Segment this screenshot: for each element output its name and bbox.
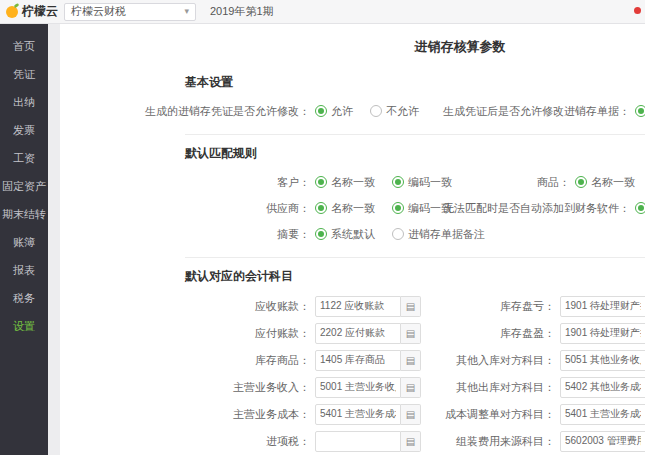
matching-row-customer: 客户： 名称一致 编码一致 商品： 名称一致 编码一致: [185, 171, 645, 193]
sidebar-item-books[interactable]: 账簿: [0, 228, 48, 256]
section-basic: 基本设置 生成的进销存凭证是否允许修改： 允许 不允许 生成凭证后是否允许修改进…: [185, 62, 645, 134]
main-cost-input[interactable]: [315, 404, 401, 425]
section-matching: 默认匹配规则 客户： 名称一致 编码一致 商品： 名称一致: [185, 134, 645, 257]
sidebar-item-voucher[interactable]: 凭证: [0, 60, 48, 88]
input-tax-input[interactable]: [315, 431, 401, 452]
picker-icon[interactable]: ▤: [401, 323, 421, 344]
picker-icon[interactable]: ▤: [401, 377, 421, 398]
sidebar-item-fixed-assets[interactable]: 固定资产: [0, 172, 48, 200]
radio-icon: [315, 176, 327, 188]
matching-row-summary: 摘要： 系统默认 进销存单据备注: [185, 223, 645, 245]
sidebar-item-salary[interactable]: 工资: [0, 144, 48, 172]
app-logo[interactable]: 柠檬云: [0, 3, 58, 20]
period-select[interactable]: 2019年第1期: [210, 4, 274, 19]
topbar: 柠檬云 柠檬云财税 ▾ 2019年第1期: [0, 0, 645, 24]
sidebar-item-closing[interactable]: 期末结转: [0, 200, 48, 228]
radio-icon: [392, 176, 404, 188]
radio-icon: [635, 202, 645, 214]
radio-icon: [315, 202, 327, 214]
content-area: 进销存核算参数 基本设置 生成的进销存凭证是否允许修改： 允许 不允许 生成凭证…: [48, 24, 645, 455]
assembly-fee-input[interactable]: [560, 431, 645, 452]
radio-option-customer-name[interactable]: 名称一致: [315, 175, 375, 190]
picker-icon[interactable]: ▤: [401, 350, 421, 371]
field-label: 应收账款：: [125, 299, 310, 314]
notification-dot: [634, 7, 641, 14]
radio-option-summary-default[interactable]: 系统默认: [315, 227, 375, 242]
radio-option-product-name[interactable]: 名称一致: [575, 175, 635, 190]
field-label: 生成凭证后是否允许修改进销存单据：: [330, 104, 630, 119]
field-label: 客户：: [125, 175, 310, 190]
app-name: 柠檬云: [22, 3, 58, 20]
sidebar-item-reports[interactable]: 报表: [0, 256, 48, 284]
field-label: 进项税：: [125, 434, 310, 449]
subject-row: 进项税： ▤ 组装费用来源科目： ▤: [185, 429, 645, 453]
field-label: 生成的进销存凭证是否允许修改：: [125, 104, 310, 119]
cost-adjust-input[interactable]: [560, 404, 645, 425]
radio-option-summary-docnote[interactable]: 进销存单据备注: [392, 227, 485, 242]
payable-input[interactable]: [315, 323, 401, 344]
field-label: 组装费用来源科目：: [445, 434, 555, 449]
page-title: 进销存核算参数: [60, 38, 645, 56]
field-label: 主营业务收入：: [125, 380, 310, 395]
picker-icon[interactable]: ▤: [401, 404, 421, 425]
sidebar-item-cashier[interactable]: 出纳: [0, 88, 48, 116]
radio-label: 系统默认: [331, 227, 375, 242]
field-label: 成本调整单对方科目：: [445, 407, 555, 422]
radio-label: 编码一致: [408, 175, 452, 190]
subject-row: 应付账款： ▤ 库存盘盈： ▤: [185, 321, 645, 345]
company-select[interactable]: 柠檬云财税 ▾: [64, 3, 196, 21]
radio-option-auto-add[interactable]: 自动添加: [635, 201, 645, 216]
main-income-input[interactable]: [315, 377, 401, 398]
field-label: 供应商：: [125, 201, 310, 216]
subject-row: 主营业务收入： ▤ 其他出库对方科目： ▤: [185, 375, 645, 399]
field-label: 主营业务成本：: [125, 407, 310, 422]
basic-row: 生成的进销存凭证是否允许修改： 允许 不允许 生成凭证后是否允许修改进销存单据：…: [185, 100, 645, 122]
radio-icon: [635, 105, 645, 117]
field-label: 其他出库对方科目：: [445, 380, 555, 395]
section-subjects: 默认对应的会计科目 应收账款： ▤ 库存盘亏： ▤ 应付账款： ▤ 库存盘盈： …: [185, 257, 645, 455]
receivable-input[interactable]: [315, 296, 401, 317]
company-select-value: 柠檬云财税: [71, 4, 126, 19]
radio-icon: [575, 176, 587, 188]
field-label: 商品：: [460, 175, 570, 190]
picker-icon[interactable]: ▤: [401, 296, 421, 317]
field-label: 摘要：: [125, 227, 310, 242]
other-outbound-input[interactable]: [560, 377, 645, 398]
radio-icon: [315, 228, 327, 240]
field-label: 库存商品：: [125, 353, 310, 368]
radio-option-edit-doc-yes[interactable]: 允许: [635, 104, 645, 119]
section-subjects-title: 默认对应的会计科目: [185, 268, 645, 285]
subject-row: 应收账款： ▤ 库存盘亏： ▤: [185, 294, 645, 318]
field-label: 库存盘亏：: [445, 299, 555, 314]
sidebar-item-settings[interactable]: 设置: [0, 312, 48, 340]
radio-icon: [315, 105, 327, 117]
radio-label: 名称一致: [591, 175, 635, 190]
sidebar-item-home[interactable]: 首页: [0, 32, 48, 60]
sidebar-item-invoice[interactable]: 发票: [0, 116, 48, 144]
field-label: 其他入库对方科目：: [445, 353, 555, 368]
radio-option-customer-code[interactable]: 编码一致: [392, 175, 452, 190]
inventory-loss-input[interactable]: [560, 296, 645, 317]
matching-row-supplier: 供应商： 名称一致 编码一致 无法匹配时是否自动添加到财务软件： 自动添加: [185, 197, 645, 219]
radio-label: 进销存单据备注: [408, 227, 485, 242]
sidebar: 首页 凭证 出纳 发票 工资 固定资产 期末结转 账簿 报表 税务 设置: [0, 24, 48, 455]
chevron-down-icon: ▾: [184, 7, 189, 16]
other-inbound-input[interactable]: [560, 350, 645, 371]
section-matching-title: 默认匹配规则: [185, 145, 645, 162]
picker-icon[interactable]: ▤: [401, 431, 421, 452]
section-basic-title: 基本设置: [185, 74, 645, 91]
inventory-goods-input[interactable]: [315, 350, 401, 371]
subject-row: 主营业务成本： ▤ 成本调整单对方科目： ▤: [185, 402, 645, 426]
subject-row: 库存商品： ▤ 其他入库对方科目： ▤: [185, 348, 645, 372]
field-label: 无法匹配时是否自动添加到财务软件：: [330, 201, 630, 216]
radio-icon: [392, 228, 404, 240]
lemon-icon: [6, 6, 18, 18]
inventory-gain-input[interactable]: [560, 323, 645, 344]
main-panel: 进销存核算参数 基本设置 生成的进销存凭证是否允许修改： 允许 不允许 生成凭证…: [60, 24, 645, 455]
radio-label: 名称一致: [331, 175, 375, 190]
sidebar-item-tax[interactable]: 税务: [0, 284, 48, 312]
field-label: 库存盘盈：: [445, 326, 555, 341]
field-label: 应付账款：: [125, 326, 310, 341]
